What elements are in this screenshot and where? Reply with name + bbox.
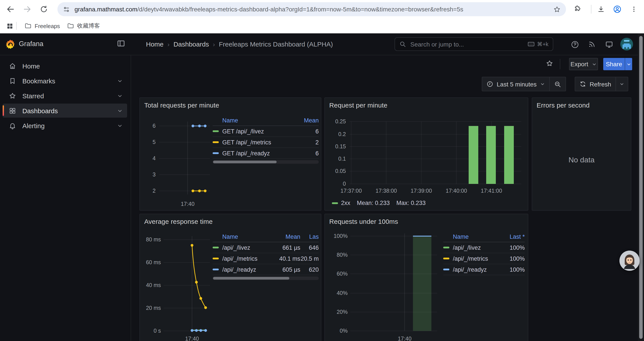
legend-col-name[interactable]: Name bbox=[443, 233, 499, 240]
news-button[interactable] bbox=[585, 37, 599, 51]
legend-col-mean[interactable]: Mean bbox=[294, 117, 319, 124]
extensions-button[interactable] bbox=[571, 3, 584, 15]
assistant-avatar[interactable] bbox=[620, 251, 640, 271]
legend-row[interactable]: GET /api/_/livez 6 bbox=[212, 126, 319, 137]
screen: grafana.mathmast.com/d/deytv4rwavabkb/fr… bbox=[0, 0, 644, 341]
export-button[interactable]: Export bbox=[569, 58, 598, 70]
svg-text:17:39:00: 17:39:00 bbox=[410, 188, 432, 194]
search-input[interactable] bbox=[410, 40, 528, 48]
bookmark-icon bbox=[9, 77, 16, 85]
svg-text:17:37:00: 17:37:00 bbox=[340, 188, 362, 194]
no-data-message: No data bbox=[532, 156, 631, 165]
chevron-down-icon bbox=[620, 82, 624, 87]
breadcrumb-separator: › bbox=[168, 41, 170, 48]
area-fill bbox=[413, 236, 432, 331]
sidebar-item-home[interactable]: Home bbox=[3, 59, 127, 73]
legend-row[interactable]: /api/_/livez 661 µs 646 bbox=[212, 242, 319, 253]
share-button[interactable]: Share bbox=[603, 58, 625, 70]
legend-col-last[interactable]: Las bbox=[300, 233, 319, 240]
browser-menu-button[interactable] bbox=[628, 3, 640, 15]
keyboard-icon bbox=[528, 40, 535, 48]
address-bar[interactable]: grafana.mathmast.com/d/deytv4rwavabkb/fr… bbox=[58, 2, 566, 16]
breadcrumb-dashboards[interactable]: Dashboards bbox=[174, 40, 209, 48]
back-button[interactable] bbox=[4, 3, 17, 15]
search-box[interactable]: ⌘+k bbox=[394, 37, 553, 51]
sidebar-item-starred[interactable]: Starred bbox=[3, 89, 127, 103]
legend-col-name[interactable]: Name bbox=[212, 117, 294, 124]
folder-icon bbox=[24, 22, 32, 30]
legend-bottom[interactable]: 2xx Mean: 0.233 Max: 0.233 bbox=[332, 200, 426, 206]
legend-scrollbar[interactable] bbox=[212, 160, 319, 164]
legend-row[interactable]: /api/_/metrics 40.1 ms 20.5 m bbox=[212, 253, 319, 264]
svg-text:0 s: 0 s bbox=[154, 327, 161, 334]
legend-col-name[interactable]: Name bbox=[212, 233, 273, 240]
legend-col-mean[interactable]: Mean bbox=[273, 233, 300, 240]
svg-text:3: 3 bbox=[152, 171, 156, 178]
panel-errors-per-second[interactable]: Errors per second No data bbox=[532, 97, 631, 211]
legend-row[interactable]: /api/_/livez 100% bbox=[443, 242, 525, 253]
chevron-down-icon[interactable] bbox=[117, 123, 123, 128]
legend-series-label[interactable]: 2xx bbox=[341, 200, 350, 206]
apps-grid-button[interactable] bbox=[6, 22, 14, 30]
refresh-button[interactable]: Refresh bbox=[575, 77, 616, 91]
legend-row[interactable]: GET /api/_/metrics 2 bbox=[212, 137, 319, 148]
user-avatar[interactable] bbox=[620, 38, 633, 51]
sidebar-toggle-button[interactable] bbox=[116, 39, 126, 48]
legend-row[interactable]: /api/_/readyz 100% bbox=[443, 264, 525, 275]
scrollbar-thumb[interactable] bbox=[213, 277, 289, 279]
search-shortcut: ⌘+k bbox=[528, 40, 548, 48]
legend-row[interactable]: /api/_/readyz 605 µs 620 bbox=[212, 264, 319, 275]
panel-avg-response-time[interactable]: Average response time 80 ms 60 ms 40 ms … bbox=[140, 214, 321, 341]
bookmark-folder-freeleaps[interactable]: Freeleaps bbox=[21, 21, 64, 31]
svg-text:2: 2 bbox=[152, 188, 156, 194]
refresh-icon bbox=[580, 81, 586, 87]
legend-row[interactable]: GET /api/_/readyz 6 bbox=[212, 148, 319, 159]
forward-button[interactable] bbox=[21, 3, 33, 15]
breadcrumb-home[interactable]: Home bbox=[146, 40, 164, 48]
legend-col-last[interactable]: Last * bbox=[499, 233, 525, 240]
reload-button[interactable] bbox=[38, 3, 50, 15]
monitor-icon bbox=[605, 40, 613, 49]
site-settings-icon[interactable] bbox=[63, 6, 70, 13]
chevron-down-icon[interactable] bbox=[117, 108, 123, 113]
sidebar-item-dashboards[interactable]: Dashboards bbox=[3, 104, 127, 118]
apps-grid-icon bbox=[6, 22, 14, 30]
panel-requests-under-100ms[interactable]: Requests under 100ms 100% 80% 60% 40% 20… bbox=[324, 214, 528, 341]
extensions-puzzle-icon bbox=[574, 5, 581, 13]
chevron-down-icon[interactable] bbox=[117, 93, 123, 99]
svg-text:0.15: 0.15 bbox=[335, 143, 346, 149]
legend-scrollbar[interactable] bbox=[212, 276, 319, 280]
chevron-down-icon[interactable] bbox=[117, 78, 123, 84]
series-swatch-green bbox=[443, 247, 449, 248]
chevron-down-icon bbox=[592, 62, 596, 67]
time-range-picker[interactable]: Last 5 minutes bbox=[482, 77, 549, 91]
favorite-dashboard-button[interactable] bbox=[546, 60, 553, 67]
sidebar-item-alerting[interactable]: Alerting bbox=[3, 119, 127, 133]
bar-2xx bbox=[486, 126, 496, 184]
grafana-logo[interactable] bbox=[5, 39, 15, 49]
refresh-interval-button[interactable] bbox=[616, 77, 628, 91]
panel-title[interactable]: Errors per second bbox=[536, 101, 590, 109]
series-swatch-green bbox=[212, 247, 219, 248]
back-icon bbox=[6, 5, 15, 14]
sidebar-item-bookmarks[interactable]: Bookmarks bbox=[3, 74, 127, 88]
legend-row[interactable]: /api/_/metrics 100% bbox=[443, 253, 525, 264]
svg-text:6: 6 bbox=[152, 123, 156, 129]
share-menu-button[interactable] bbox=[625, 58, 632, 70]
bookmark-star-icon[interactable] bbox=[553, 6, 561, 13]
bookmark-folder-blogs[interactable]: 收藏博客 bbox=[64, 20, 104, 32]
panel-total-requests[interactable]: Total requests per minute 6 5 4 3 2 17:4… bbox=[140, 97, 321, 211]
legend-header: Name Mean Las bbox=[212, 232, 319, 242]
profile-button[interactable] bbox=[611, 3, 624, 15]
bookmarks-divider bbox=[16, 22, 17, 30]
zoom-out-button[interactable] bbox=[550, 77, 566, 91]
scrollbar-thumb[interactable] bbox=[213, 161, 277, 163]
help-button[interactable] bbox=[568, 37, 582, 51]
window-scrollbar-thumb[interactable] bbox=[639, 36, 643, 339]
svg-text:17:40: 17:40 bbox=[398, 335, 412, 341]
kiosk-mode-button[interactable] bbox=[602, 37, 616, 51]
downloads-button[interactable] bbox=[595, 3, 607, 15]
legend-table: Name Mean GET /api/_/livez 6 GET /api/_/… bbox=[212, 115, 319, 164]
svg-text:60 ms: 60 ms bbox=[146, 259, 161, 265]
panel-request-per-minute[interactable]: Request per minute 0.25 0.2 0.15 0.1 0.0… bbox=[324, 97, 528, 211]
